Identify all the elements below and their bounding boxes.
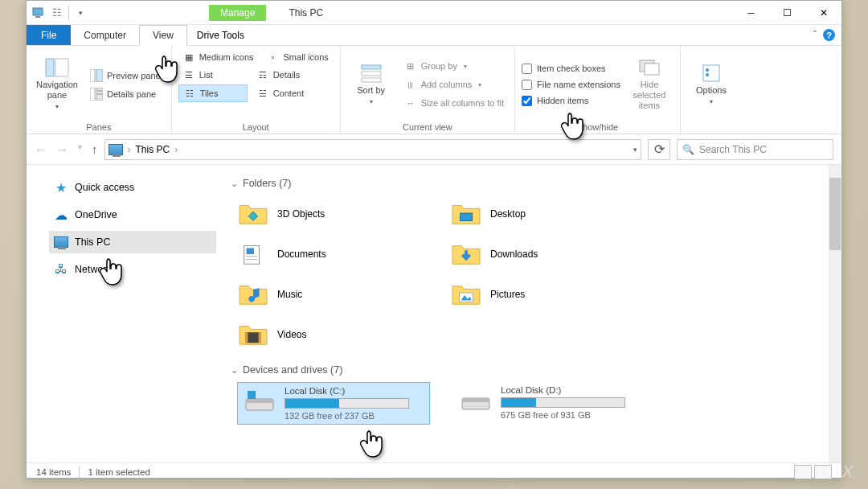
drive-c[interactable]: Local Disk (C:) 132 GB free of 237 GB <box>237 382 430 425</box>
navigation-pane-button[interactable]: Navigation pane ▾ <box>33 49 81 120</box>
nav-quick-access[interactable]: ★ Quick access <box>49 176 216 199</box>
chevron-down-icon: ⌄ <box>231 365 238 376</box>
svg-rect-33 <box>462 398 489 402</box>
tab-file[interactable]: File <box>27 25 71 45</box>
svg-rect-4 <box>90 69 95 82</box>
svg-point-17 <box>706 73 709 76</box>
svg-rect-30 <box>246 399 273 403</box>
system-menu-icon[interactable] <box>31 5 47 21</box>
nav-onedrive[interactable]: ☁ OneDrive <box>49 203 216 226</box>
status-bar: 14 items 1 item selected <box>27 462 841 480</box>
svg-rect-28 <box>259 332 261 343</box>
nav-network[interactable]: 🖧 Network <box>49 258 216 281</box>
close-button[interactable]: ✕ <box>805 1 841 25</box>
properties-icon[interactable]: ☷ <box>49 5 65 21</box>
ribbon-group-panes: Navigation pane ▾ Preview pane Details p… <box>27 46 172 134</box>
search-input[interactable]: 🔍 Search This PC <box>677 139 833 160</box>
help-icon[interactable]: ? <box>823 29 835 41</box>
titlebar: ☷ ▾ Manage This PC ─ ☐ ✕ <box>27 1 841 25</box>
layout-list[interactable]: ☰List <box>178 67 248 83</box>
back-button[interactable]: ← <box>35 142 47 156</box>
svg-point-16 <box>706 68 709 72</box>
ribbon-tabs: File Computer View Drive Tools ˆ ? <box>27 25 841 46</box>
address-bar: ← → ▾ ↑ › This PC › ▾ ⟳ 🔍 Search This PC <box>27 134 841 165</box>
manage-contextual-tab[interactable]: Manage <box>209 5 266 21</box>
ribbon-group-current-view: Sort by ▾ ⊞Group by▾ ⫼Add columns▾ ↔Size… <box>341 46 515 134</box>
tab-view[interactable]: View <box>139 25 187 46</box>
address-field[interactable]: › This PC › ▾ <box>104 139 642 160</box>
layout-medium-icons[interactable]: ▦Medium icons <box>178 49 258 65</box>
svg-rect-5 <box>96 69 103 82</box>
refresh-button[interactable]: ⟳ <box>648 139 670 160</box>
size-columns-button[interactable]: ↔Size all columns to fit <box>400 95 508 111</box>
tab-computer[interactable]: Computer <box>71 25 139 45</box>
preview-pane-button[interactable]: Preview pane <box>86 68 165 84</box>
chevron-down-icon: ⌄ <box>231 179 238 189</box>
svg-rect-3 <box>55 59 68 76</box>
status-item-count: 14 items <box>36 467 71 477</box>
svg-rect-2 <box>46 59 54 76</box>
svg-rect-11 <box>362 72 381 76</box>
folder-videos[interactable]: Videos <box>237 316 442 353</box>
layout-details[interactable]: ☶Details <box>252 67 305 83</box>
forward-button[interactable]: → <box>56 142 68 156</box>
recent-dropdown[interactable]: ▾ <box>78 142 82 156</box>
window-title: This PC <box>289 7 323 18</box>
search-icon: 🔍 <box>682 144 694 155</box>
svg-rect-12 <box>362 78 381 82</box>
quick-access-toolbar: ☷ ▾ <box>27 5 88 21</box>
folder-desktop[interactable]: Desktop <box>450 195 655 232</box>
window-controls: ─ ☐ ✕ <box>733 1 841 25</box>
folder-downloads[interactable]: Downloads <box>450 236 655 273</box>
ribbon-group-layout: ▦Medium icons ▫Small icons ☰List ☶Detail… <box>172 46 341 134</box>
this-pc-icon <box>54 235 68 249</box>
details-pane-button[interactable]: Details pane <box>86 86 165 102</box>
folder-documents[interactable]: Documents <box>237 236 442 273</box>
svg-rect-1 <box>35 16 40 18</box>
scrollbar-thumb[interactable] <box>829 178 841 250</box>
svg-rect-15 <box>703 65 719 81</box>
sort-by-button[interactable]: Sort by ▾ <box>347 49 395 120</box>
scrollbar[interactable] <box>829 165 841 462</box>
item-check-boxes-checkbox[interactable]: Item check boxes <box>522 62 620 76</box>
svg-rect-0 <box>33 8 43 15</box>
folders-header[interactable]: ⌄ Folders (7) <box>231 178 830 189</box>
up-button[interactable]: ↑ <box>92 142 98 156</box>
hide-selected-button[interactable]: Hide selected items <box>625 49 674 120</box>
maximize-button[interactable]: ☐ <box>769 1 805 25</box>
navigation-pane: ★ Quick access ☁ OneDrive This PC 🖧 Netw… <box>27 165 224 462</box>
explorer-body: ★ Quick access ☁ OneDrive This PC 🖧 Netw… <box>27 165 841 462</box>
hidden-items-checkbox[interactable]: Hidden items <box>522 94 620 108</box>
group-by-button[interactable]: ⊞Group by▾ <box>400 58 508 74</box>
add-columns-button[interactable]: ⫼Add columns▾ <box>400 76 508 92</box>
svg-rect-19 <box>460 213 472 220</box>
layout-small-icons[interactable]: ▫Small icons <box>263 49 333 65</box>
nav-buttons: ← → ▾ ↑ <box>35 142 98 156</box>
this-pc-icon <box>108 144 123 155</box>
file-explorer-window: ☷ ▾ Manage This PC ─ ☐ ✕ File Computer V… <box>26 0 842 479</box>
svg-rect-10 <box>362 65 381 69</box>
options-button[interactable]: Options ▾ <box>687 49 735 120</box>
star-icon: ★ <box>54 180 68 195</box>
file-name-extensions-checkbox[interactable]: File name extensions <box>522 78 620 92</box>
folder-pictures[interactable]: Pictures <box>450 276 655 313</box>
folder-music[interactable]: Music <box>237 276 442 313</box>
minimize-button[interactable]: ─ <box>733 1 769 25</box>
status-selected-count: 1 item selected <box>88 467 149 477</box>
collapse-ribbon-icon[interactable]: ˆ <box>813 30 817 41</box>
drives-header[interactable]: ⌄ Devices and drives (7) <box>231 364 830 376</box>
qat-dropdown-icon[interactable]: ▾ <box>72 5 88 21</box>
svg-rect-31 <box>248 391 256 399</box>
nav-this-pc[interactable]: This PC <box>49 231 216 253</box>
ribbon-group-show-hide: Item check boxes File name extensions Hi… <box>515 46 681 134</box>
breadcrumb[interactable]: This PC <box>136 144 170 155</box>
address-dropdown-icon[interactable]: ▾ <box>633 146 637 154</box>
layout-content[interactable]: ☱Content <box>252 84 309 102</box>
svg-rect-21 <box>247 248 254 254</box>
svg-rect-14 <box>645 64 659 75</box>
layout-tiles[interactable]: ☷Tiles <box>178 84 248 102</box>
drive-d[interactable]: Local Disk (D:) 675 GB free of 931 GB <box>454 382 647 425</box>
tab-drive-tools[interactable]: Drive Tools <box>187 25 254 45</box>
network-icon: 🖧 <box>54 262 68 277</box>
folder-3d-objects[interactable]: 3D Objects <box>237 195 442 232</box>
